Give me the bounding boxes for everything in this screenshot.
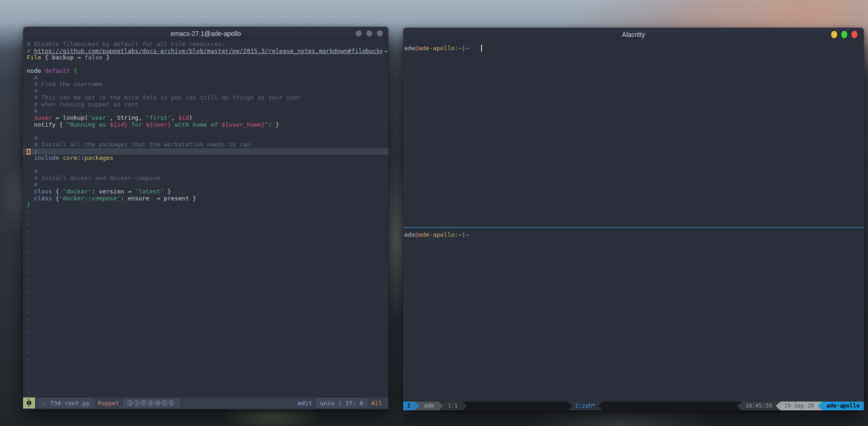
code-line: # https://github.com/puppetlabs/docs-arc…: [23, 48, 388, 55]
window-button-icon[interactable]: [377, 30, 383, 36]
terminal-cursor: [481, 45, 482, 52]
code-line: [23, 61, 388, 68]
tmux-hostname: ade-apollo: [822, 402, 864, 410]
empty-line-marker: ~: [23, 256, 388, 263]
minimize-button-icon[interactable]: [831, 31, 837, 38]
tmux-clock: 16:45:59: [742, 402, 776, 410]
emacs-buffer[interactable]: # Disable filebucket by default for all …: [23, 40, 388, 397]
emacs-window-buttons: [356, 27, 383, 40]
code-line: [23, 128, 388, 135]
empty-line-marker: ~: [23, 242, 388, 249]
tmux-pane-bottom[interactable]: ade@ade-apollo:~|→: [403, 228, 864, 239]
empty-line-marker: ~: [23, 389, 388, 396]
shell-prompt: ade@ade-apollo:~|→: [404, 231, 864, 239]
code-line: #: [23, 75, 388, 82]
empty-line-marker: ~: [23, 269, 388, 276]
code-line: node default {: [23, 68, 388, 75]
alacritty-titlebar[interactable]: Alacritty: [403, 28, 864, 41]
empty-line-marker: ~: [23, 302, 388, 309]
powerline-arrow-icon: [776, 402, 780, 410]
empty-line-marker: ~: [23, 309, 388, 316]
tmux-status-gap: [603, 402, 737, 410]
empty-line-marker: ~: [23, 362, 388, 369]
alacritty-window-buttons: [831, 28, 857, 41]
maximize-button-icon[interactable]: [841, 31, 847, 38]
emacs-titlebar[interactable]: emacs-27.1@ade-apollo: [23, 27, 388, 40]
emacs-cursor: [27, 149, 30, 155]
alacritty-window-title: Alacritty: [622, 31, 645, 38]
code-line: notify { "Running as ${id} for ${user} w…: [23, 122, 388, 128]
empty-line-marker: ~: [23, 275, 388, 282]
code-line: # This can be set in the hira data so yo…: [23, 94, 388, 101]
empty-line-marker: ~: [23, 282, 388, 289]
empty-line-marker: ~: [23, 403, 388, 409]
prompt-arrow-icon: →: [465, 45, 469, 52]
prompt-arrow-icon: →: [465, 231, 469, 238]
truncation-arrow-icon: →: [382, 48, 387, 55]
code-line: }: [23, 202, 388, 209]
close-button-icon[interactable]: [851, 31, 857, 38]
powerline-arrow-icon: [598, 402, 603, 410]
code-line: #: [23, 168, 388, 175]
terminal-area: ade@ade-apollo:~|→ ade@ade-apollo:~|→: [403, 41, 864, 402]
code-line: # Find the username: [23, 81, 388, 88]
empty-line-marker: ~: [23, 369, 388, 376]
code-line: include core::packages: [23, 155, 388, 162]
tmux-status-gap: [467, 402, 568, 410]
tmux-current-window[interactable]: 1:zsh*: [573, 402, 598, 410]
window-button-icon[interactable]: [366, 30, 372, 36]
code-line: # when running puppet as root: [23, 101, 388, 108]
prompt-pipe: |: [462, 45, 465, 52]
tmux-window-index: 1:1: [443, 402, 463, 410]
code-line: #: [23, 88, 388, 95]
window-button-icon[interactable]: [356, 30, 362, 36]
code-line: # Install docker and docker-compose: [23, 175, 388, 182]
emacs-window-title: emacs-27.1@ade-apollo: [170, 30, 241, 37]
powerline-arrow-icon: [439, 402, 443, 410]
empty-line-marker: ~: [23, 262, 388, 269]
empty-line-marker: ~: [23, 215, 388, 222]
code-line: class {'docker::compose': ensure ⇒ prese…: [23, 195, 388, 202]
empty-line-marker: ~: [23, 249, 388, 256]
empty-line-marker: ~: [23, 228, 388, 235]
powerline-arrow-icon: [463, 402, 467, 410]
empty-line-marker: ~: [23, 322, 388, 329]
code-line: $user = lookup('user', String, 'first', …: [23, 115, 388, 122]
tmux-session-index: 1: [403, 402, 415, 410]
tmux-user: ade: [419, 402, 439, 410]
empty-line-marker: ~: [23, 209, 388, 216]
empty-line-marker: ~: [23, 235, 388, 242]
empty-line-marker: ~: [23, 376, 388, 383]
tmux-pane-top[interactable]: ade@ade-apollo:~|→: [403, 41, 864, 227]
empty-line-marker: ~: [23, 383, 388, 390]
code-line: File { backup ⇒ false }: [23, 54, 388, 61]
alacritty-window: Alacritty ade@ade-apollo:~|→ ade@ade-apo…: [403, 28, 864, 410]
code-line: class { 'docker': version ⇒ 'latest' }: [23, 188, 388, 195]
powerline-arrow-icon: [737, 402, 742, 410]
empty-line-marker: ~: [23, 343, 388, 350]
empty-line-marker: ~: [23, 222, 388, 229]
empty-line-marker: ~: [23, 349, 388, 356]
powerline-arrow-icon: [818, 402, 822, 410]
code-line: # Disable filebucket by default for all …: [23, 41, 388, 48]
code-line: [23, 162, 388, 169]
empty-line-marker: ~: [23, 356, 388, 363]
prompt-user: ade: [404, 45, 415, 52]
prompt-pipe: |: [462, 231, 465, 238]
empty-line-marker: ~: [23, 329, 388, 336]
shell-prompt: ade@ade-apollo:~|→: [404, 44, 864, 52]
code-line: #: [23, 148, 388, 155]
empty-line-marker: ~: [23, 289, 388, 296]
powerline-arrow-icon: [415, 402, 419, 410]
emacs-window: emacs-27.1@ade-apollo # Disable filebuck…: [23, 27, 388, 409]
empty-line-marker: ~: [23, 396, 388, 403]
tmux-status-bar: 1 ade 1:1 1:zsh* 16:45:59 19-Sep-20 ade-…: [403, 402, 864, 410]
code-line: #: [23, 181, 388, 188]
empty-line-marker: ~: [23, 315, 388, 322]
prompt-host: ade-apollo: [418, 45, 454, 52]
code-line: #: [23, 135, 388, 142]
prompt-user: ade: [404, 231, 415, 238]
prompt-host: ade-apollo: [418, 231, 454, 238]
code-line: #: [23, 108, 388, 115]
tmux-date: 19-Sep-20: [780, 402, 818, 410]
